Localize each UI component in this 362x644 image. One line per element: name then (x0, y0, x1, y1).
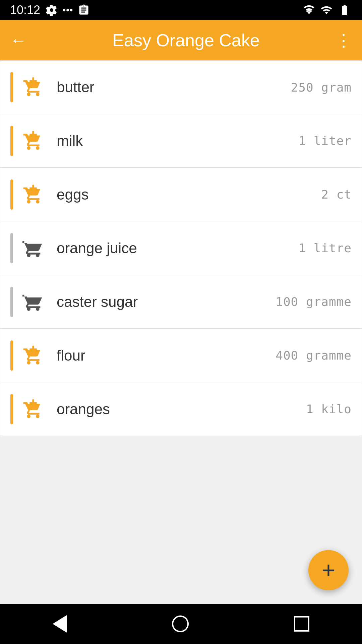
list-item: eggs 2 ct (0, 168, 362, 221)
add-to-cart-button[interactable] (20, 342, 47, 369)
add-ingredient-button[interactable]: + (308, 550, 349, 590)
list-item: flour 400 gramme (0, 329, 362, 382)
nav-home-button[interactable] (172, 615, 189, 632)
list-item: caster sugar 100 gramme (0, 275, 362, 329)
battery-icon (337, 4, 352, 16)
ingredient-list: butter 250 gram milk 1 liter eggs 2 ct (0, 60, 362, 604)
ingredient-name: eggs (57, 186, 321, 203)
ingredient-amount: 1 liter (298, 134, 352, 148)
ingredient-name: flour (57, 347, 276, 364)
add-to-cart-button[interactable] (20, 288, 47, 315)
accent-bar (10, 179, 13, 210)
status-time: 10:12 (10, 3, 40, 17)
app-bar: ← Easy Orange Cake ⋮ (0, 20, 362, 60)
ingredient-amount: 2 ct (321, 187, 352, 201)
add-to-cart-button[interactable] (20, 181, 47, 208)
accent-bar (10, 72, 13, 102)
status-icons (46, 4, 90, 16)
signal-icon (320, 4, 333, 16)
fab-container: + (308, 550, 349, 590)
list-item: butter 250 gram (0, 60, 362, 114)
ingredient-amount: 1 kilo (306, 402, 352, 416)
accent-bar (10, 340, 13, 371)
svg-point-0 (63, 9, 66, 11)
ingredient-amount: 250 gram (291, 80, 352, 94)
ingredient-amount: 1 litre (298, 241, 352, 255)
accent-bar (10, 233, 13, 263)
status-bar: 10:12 (0, 0, 362, 20)
accent-bar (10, 287, 13, 317)
ingredient-name: oranges (57, 401, 306, 418)
ingredient-amount: 400 gramme (276, 348, 352, 362)
add-to-cart-button[interactable] (20, 74, 47, 101)
wifi-icon (302, 4, 316, 16)
list-item: milk 1 liter (0, 114, 362, 168)
ingredient-name: caster sugar (57, 293, 276, 310)
ingredient-name: butter (57, 79, 291, 96)
list-item: orange juice 1 litre (0, 221, 362, 275)
dots-icon (62, 4, 74, 16)
status-bar-left: 10:12 (10, 3, 90, 17)
bottom-nav (0, 604, 362, 644)
accent-bar (10, 394, 13, 424)
page-title: Easy Orange Cake (37, 30, 335, 50)
svg-point-2 (70, 9, 73, 11)
clipboard-icon (78, 4, 90, 16)
nav-back-button[interactable] (53, 615, 67, 633)
add-to-cart-button[interactable] (20, 235, 47, 262)
nav-recents-button[interactable] (294, 616, 309, 632)
svg-point-1 (66, 9, 69, 11)
ingredient-name: milk (57, 132, 298, 149)
add-to-cart-button[interactable] (20, 127, 47, 154)
accent-bar (10, 126, 13, 156)
ingredient-name: orange juice (57, 240, 298, 257)
ingredient-amount: 100 gramme (276, 295, 352, 309)
settings-icon (46, 4, 58, 16)
back-button[interactable]: ← (10, 32, 27, 49)
status-bar-right (302, 4, 352, 16)
plus-icon: + (322, 558, 336, 582)
list-item: oranges 1 kilo (0, 382, 362, 436)
menu-button[interactable]: ⋮ (335, 32, 352, 49)
add-to-cart-button[interactable] (20, 396, 47, 423)
